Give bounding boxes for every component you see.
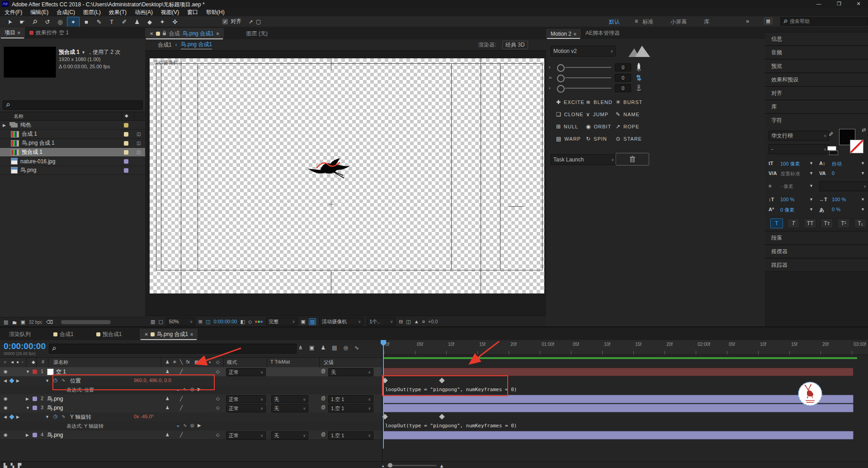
rectangle-tool-icon[interactable]: ■	[80, 17, 92, 27]
stroke-width-dropdown-icon[interactable]: ▼	[809, 184, 813, 188]
cube-3d-switch-icon[interactable]: ◇	[216, 432, 220, 437]
timeline-tab-1[interactable]: 渲染队列	[5, 329, 35, 340]
expression-label[interactable]: 表达式: 位置	[66, 387, 94, 393]
property-name[interactable]: Y 轴旋转	[70, 413, 91, 421]
prev-keyframe-icon[interactable]: ◀	[4, 415, 7, 419]
minimize-button[interactable]: —	[809, 1, 828, 6]
eye-column-icon[interactable]: ○	[4, 359, 6, 364]
next-keyframe-icon[interactable]: ▶	[16, 378, 19, 383]
trkmat-dropdown[interactable]: 无∨	[271, 404, 308, 412]
ruler-tick-label[interactable]: 05f	[573, 342, 579, 347]
expander-icon[interactable]: ▼	[45, 415, 49, 419]
bird-silhouette[interactable]	[307, 158, 352, 181]
share-view-icon[interactable]: ⊟	[399, 319, 403, 325]
close-tab-icon[interactable]: ✕	[150, 31, 153, 36]
multiview-icon[interactable]: ▥	[151, 319, 155, 325]
shy-switch-icon[interactable]: ♟	[165, 432, 170, 437]
expression-pickwhip-icon[interactable]: ◎	[190, 387, 194, 392]
project-item[interactable]: 预合成 1◫	[0, 148, 145, 157]
slider-value[interactable]: 0	[615, 84, 631, 92]
property-row[interactable]: ◀▶▼◷∿Y 轴旋转0x -45.0°	[0, 412, 382, 422]
layer-name[interactable]: 空 1	[56, 368, 66, 376]
expression-label[interactable]: 表达式: Y 轴旋转	[66, 423, 104, 430]
flyout-arrow-icon[interactable]: ▼	[81, 50, 85, 55]
view-layout-dropdown[interactable]: 1个..∨	[367, 317, 396, 326]
shy-switch-icon[interactable]: ♟	[165, 396, 170, 401]
tab-composition[interactable]: ✕ 合成 鸟.png 合成1 ≡	[145, 28, 224, 39]
motion-button-excite[interactable]: ✚EXCITE	[556, 99, 585, 105]
timeline-tab-4[interactable]: ✕鸟.png 合成1≡	[140, 329, 198, 340]
baseline-shift-dropdown-icon[interactable]: ▼	[809, 207, 813, 212]
label-chip[interactable]	[124, 150, 128, 155]
timeline-tab-2[interactable]: 合成1	[49, 329, 78, 340]
vertical-scale-value[interactable]: 100 %	[780, 197, 794, 202]
layer-duration-bar[interactable]	[383, 431, 854, 440]
show-snapshot-icon[interactable]: ◇	[248, 319, 252, 325]
pickwhip-icon[interactable]: @	[321, 405, 326, 410]
ruler-tick-label[interactable]: 20f	[666, 342, 673, 347]
ruler-tick-label[interactable]: 15f	[635, 342, 642, 347]
tab-ae-script-manager[interactable]: AE脚本管理器	[581, 28, 624, 39]
expander-icon[interactable]: ▶	[26, 433, 29, 437]
shy-icon[interactable]: ♟	[321, 345, 326, 351]
tracking-dropdown-icon[interactable]: ▼	[861, 171, 865, 175]
slider-knob[interactable]	[557, 75, 565, 82]
expression-language-icon[interactable]: ▶	[198, 423, 201, 428]
expander-icon[interactable]: ▼	[26, 369, 30, 374]
close-tab-icon[interactable]: ✕	[144, 332, 148, 337]
font-family-dropdown[interactable]: 华文行楷∨	[769, 131, 829, 141]
expression-row[interactable]: 表达式: 位置＝∿◎▶	[0, 385, 382, 395]
roi-icon[interactable]: ▣	[301, 319, 305, 325]
work-area-bar[interactable]	[383, 357, 857, 359]
new-composition-icon[interactable]: ▣	[20, 319, 25, 325]
workspace-menu-icon[interactable]: ≡	[635, 18, 638, 24]
sidebar-panel-4[interactable]: 效果和预设	[765, 73, 868, 86]
kerning-value[interactable]: 度量标准	[780, 170, 800, 177]
layer-duration-bar[interactable]	[383, 368, 854, 376]
timeline-tab-3[interactable]: 预合成1	[92, 329, 127, 340]
exposure-icon[interactable]: ¤	[422, 319, 425, 324]
mini-fill-swatch[interactable]	[827, 146, 836, 151]
solo-column-icon[interactable]: ●	[16, 359, 19, 364]
slider-value[interactable]: 0	[615, 63, 631, 71]
timeline-zoom-slider[interactable]	[387, 465, 437, 466]
viewport[interactable]: 活动摄像机	[150, 58, 544, 293]
snap-arrow-icon[interactable]: ➚	[249, 19, 253, 25]
panel-menu-icon[interactable]: ≡	[18, 30, 20, 35]
tab-project[interactable]: 项目≡	[0, 27, 25, 38]
draft-3d-icon[interactable]: ▣	[309, 345, 314, 351]
expression-language-icon[interactable]: ▶	[198, 387, 201, 392]
keyframe-icon[interactable]	[439, 378, 445, 383]
layer-row[interactable]: ◉▼1空 1♟╱◇正常∨@无∨	[0, 367, 382, 377]
workspace-tab-4[interactable]: 库	[698, 17, 715, 27]
leading-dropdown-icon[interactable]: ▼	[861, 161, 865, 165]
tsume-dropdown-icon[interactable]: ▼	[861, 207, 865, 212]
pickwhip-icon[interactable]: @	[321, 396, 326, 401]
project-item[interactable]: 鸟.png	[0, 166, 145, 175]
font-style-dropdown[interactable]: -∨	[769, 144, 829, 154]
project-scrollbar[interactable]	[61, 320, 111, 324]
motion-button-rope[interactable]: ↗ROPE	[616, 123, 645, 130]
channels-icon[interactable]	[255, 321, 263, 323]
mini-stroke-swatch[interactable]	[829, 151, 838, 155]
keyframe-indicator[interactable]	[9, 378, 14, 383]
sidebar-panel-跟踪器[interactable]: 跟踪器	[765, 258, 868, 272]
baseline-shift-value[interactable]: 0 像素	[780, 207, 794, 213]
workspace-tab-2[interactable]: 标准	[637, 17, 659, 27]
ruler-tick-label[interactable]: 20f	[822, 342, 829, 347]
audio-column-icon[interactable]: ◄	[10, 359, 14, 364]
frame-blend-icon[interactable]: ▤	[332, 345, 337, 351]
expression-pickwhip-icon[interactable]: ◎	[190, 423, 194, 428]
timeline-graph-area[interactable]: 0f05f10f15f20f01:00f05f10f15f20f02:00f05…	[382, 340, 868, 461]
anchor-icon[interactable]	[636, 84, 642, 94]
label-chip[interactable]	[124, 123, 128, 128]
zoom-out-mountain-icon[interactable]: ▴	[382, 463, 384, 468]
style-toggle-2[interactable]: T	[787, 218, 800, 228]
roto-brush-tool-icon[interactable]: ✦	[156, 17, 168, 27]
sidebar-panel-5[interactable]: 对齐	[765, 86, 868, 100]
label-chip[interactable]	[124, 159, 128, 164]
parent-dropdown[interactable]: 1.空 1∨	[328, 431, 373, 440]
current-time-indicator[interactable]	[383, 340, 384, 449]
workspace-tab-3[interactable]: 小屏幕	[665, 17, 692, 27]
tab-layer[interactable]: 图层 (无)	[242, 28, 272, 39]
